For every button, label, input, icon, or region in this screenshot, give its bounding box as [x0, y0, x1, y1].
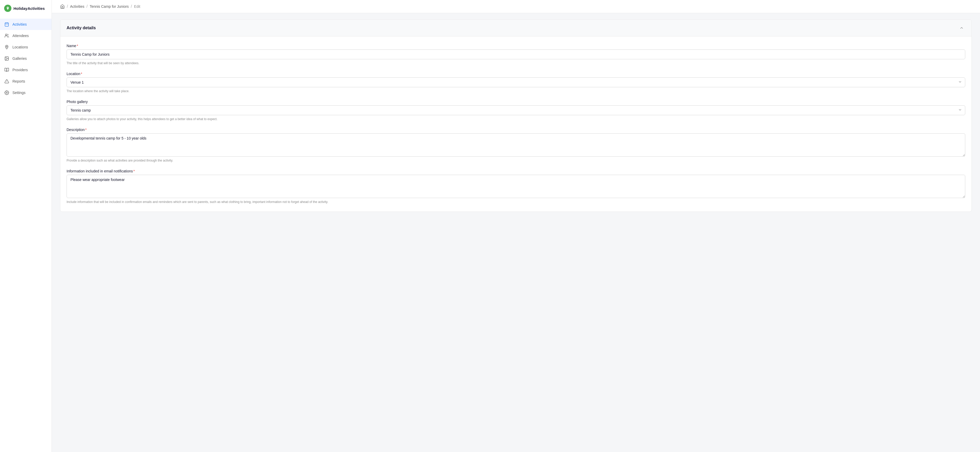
location-required-star: * — [81, 72, 82, 76]
breadcrumb-current: Edit — [134, 5, 140, 8]
description-textarea[interactable]: Developmental tennis camp for 5 - 10 yea… — [67, 133, 965, 157]
email-notifications-help: Include information that will be include… — [67, 200, 965, 204]
sidebar-item-locations-label: Locations — [13, 45, 28, 49]
description-help: Provide a description such as what activ… — [67, 158, 965, 163]
svg-point-7 — [6, 57, 6, 58]
sidebar-item-activities-label: Activities — [13, 22, 27, 26]
app-logo[interactable]: HolidayActivities — [0, 0, 51, 17]
photo-gallery-field-group: Photo gallery Tennis camp Gallery 2 Gall… — [67, 100, 965, 121]
photo-gallery-select[interactable]: Tennis camp Gallery 2 Gallery 3 — [67, 105, 965, 115]
breadcrumb-sep-1: / — [67, 4, 68, 9]
reports-icon — [4, 79, 10, 84]
card-title: Activity details — [67, 25, 96, 30]
svg-rect-0 — [5, 23, 8, 26]
locations-icon — [4, 44, 10, 50]
breadcrumb-home[interactable] — [60, 4, 65, 9]
settings-icon — [4, 90, 10, 95]
sidebar-item-locations[interactable]: Locations — [0, 41, 51, 53]
photo-gallery-select-wrapper: Tennis camp Gallery 2 Gallery 3 — [67, 105, 965, 115]
sidebar-item-reports-label: Reports — [13, 79, 25, 83]
breadcrumb: / Activities / Tennis Camp for Juniors /… — [52, 0, 980, 13]
sidebar-item-galleries-label: Galleries — [13, 56, 27, 60]
svg-point-5 — [6, 46, 8, 48]
sidebar-item-reports[interactable]: Reports — [0, 76, 51, 87]
main-content: / Activities / Tennis Camp for Juniors /… — [52, 0, 980, 452]
sidebar-item-activities[interactable]: Activities — [0, 19, 51, 30]
card-body: Name * The title of the activity that wi… — [60, 36, 972, 211]
location-field-group: Location * Venue 1 Venue 2 Venue 3 — [67, 72, 965, 94]
svg-point-4 — [5, 34, 7, 35]
sidebar-item-settings[interactable]: Settings — [0, 87, 51, 98]
attendees-icon — [4, 33, 10, 38]
providers-icon — [4, 67, 10, 73]
galleries-icon — [4, 56, 10, 61]
name-input[interactable] — [67, 49, 965, 59]
app-name: HolidayActivities — [13, 6, 45, 11]
sidebar-item-providers[interactable]: Providers — [0, 64, 51, 76]
card-header: Activity details — [60, 20, 972, 36]
breadcrumb-sep-2: / — [86, 4, 88, 9]
collapse-button[interactable] — [958, 24, 965, 32]
sidebar-item-galleries[interactable]: Galleries — [0, 53, 51, 64]
location-select[interactable]: Venue 1 Venue 2 Venue 3 — [67, 78, 965, 87]
description-required-star: * — [85, 128, 86, 132]
location-help: The location where the activity will tak… — [67, 89, 965, 94]
name-field-group: Name * The title of the activity that wi… — [67, 44, 965, 65]
sidebar-item-providers-label: Providers — [13, 68, 28, 72]
sidebar-item-attendees-label: Attendees — [13, 34, 29, 38]
name-label: Name * — [67, 44, 965, 48]
sidebar-item-settings-label: Settings — [13, 90, 25, 95]
email-notifications-textarea[interactable]: Please wear appropriate footwear — [67, 175, 965, 198]
logo-icon — [4, 5, 11, 12]
breadcrumb-sep-3: / — [131, 4, 132, 9]
location-select-wrapper: Venue 1 Venue 2 Venue 3 — [67, 78, 965, 87]
sidebar-item-attendees[interactable]: Attendees — [0, 30, 51, 41]
email-notifications-field-group: Information included in email notificati… — [67, 169, 965, 204]
svg-point-10 — [6, 92, 8, 94]
email-notifications-label: Information included in email notificati… — [67, 169, 965, 173]
sidebar: HolidayActivities Activities Attendees L… — [0, 0, 52, 452]
name-required-star: * — [77, 44, 78, 48]
location-label: Location * — [67, 72, 965, 76]
activity-card: Activity details Name * The title of the… — [60, 19, 972, 212]
photo-gallery-help: Galleries allow you to attach photos to … — [67, 117, 965, 121]
breadcrumb-activities[interactable]: Activities — [70, 5, 84, 8]
email-notifications-required-star: * — [134, 169, 135, 173]
sidebar-nav: Activities Attendees Locations Galleries — [0, 17, 51, 452]
description-label: Description * — [67, 128, 965, 132]
content-area: Activity details Name * The title of the… — [52, 13, 980, 452]
name-help: The title of the activity that will be s… — [67, 61, 965, 65]
description-field-group: Description * Developmental tennis camp … — [67, 128, 965, 163]
activities-icon — [4, 22, 10, 27]
photo-gallery-label: Photo gallery — [67, 100, 965, 104]
breadcrumb-page[interactable]: Tennis Camp for Juniors — [90, 5, 129, 8]
